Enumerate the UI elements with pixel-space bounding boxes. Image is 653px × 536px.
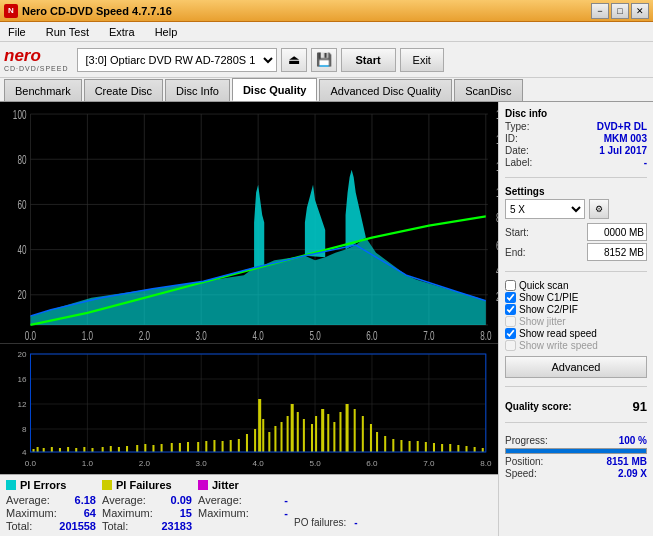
speed-select[interactable]: 5 X [505,199,585,219]
tab-benchmark[interactable]: Benchmark [4,79,82,101]
show-write-speed-checkbox[interactable] [505,340,516,351]
app-icon: N [4,4,18,18]
svg-rect-122 [425,442,427,452]
svg-rect-91 [213,440,215,452]
pi-errors-total-label: Total: [6,520,32,532]
progress-section: Progress: 100 % Position: 8151 MB Speed:… [505,435,647,480]
tab-create-disc[interactable]: Create Disc [84,79,163,101]
svg-rect-100 [274,426,276,452]
tab-scan-disc[interactable]: ScanDisc [454,79,522,101]
tab-advanced-disc-quality[interactable]: Advanced Disc Quality [319,79,452,101]
pi-failures-avg-value: 0.09 [171,494,192,506]
svg-text:40: 40 [17,244,26,257]
advanced-button[interactable]: Advanced [505,356,647,378]
pi-failures-stats: PI Failures Average: 0.09 Maximum: 15 To… [102,479,192,532]
drive-select[interactable]: [3:0] Optiarc DVD RW AD-7280S 1.01 [77,48,277,72]
pi-errors-dot [6,480,16,490]
disc-type-label: Type: [505,121,529,132]
pi-failures-max-label: Maximum: [102,507,153,519]
close-button[interactable]: ✕ [631,3,649,19]
svg-text:3.0: 3.0 [196,459,208,468]
menu-run-test[interactable]: Run Test [42,24,93,40]
svg-text:20: 20 [17,289,26,302]
eject-button[interactable]: ⏏ [281,48,307,72]
jitter-max-label: Maximum: [198,507,249,519]
menu-help[interactable]: Help [151,24,182,40]
svg-marker-38 [254,185,264,268]
speed-value: 2.09 X [618,468,647,479]
tab-disc-quality[interactable]: Disc Quality [232,78,318,101]
menu-bar: File Run Test Extra Help [0,22,653,42]
svg-rect-110 [333,422,335,452]
svg-rect-125 [449,444,451,452]
svg-rect-82 [136,445,138,452]
show-c2pif-label: Show C2/PIF [519,304,578,315]
svg-rect-107 [315,416,317,452]
pi-failures-max-value: 15 [180,507,192,519]
start-input[interactable] [587,223,647,241]
svg-rect-97 [258,399,261,452]
svg-rect-112 [346,404,349,452]
speed-row: Speed: 2.09 X [505,468,647,479]
svg-rect-72 [51,447,53,452]
start-label: Start: [505,227,529,238]
show-read-speed-checkbox[interactable] [505,328,516,339]
show-c2pif-checkbox[interactable] [505,304,516,315]
svg-text:8.0: 8.0 [480,459,492,468]
svg-text:14: 14 [496,134,498,147]
main-content: 100 80 60 40 20 16 14 12 10 8 6 4 2 0.0 [0,102,653,536]
menu-file[interactable]: File [4,24,30,40]
show-c2pif-row: Show C2/PIF [505,304,647,315]
svg-text:8.0: 8.0 [480,329,492,342]
svg-rect-104 [297,412,299,452]
maximize-button[interactable]: □ [611,3,629,19]
progress-bar-fill [506,449,646,453]
svg-text:4.0: 4.0 [252,329,264,342]
save-button[interactable]: 💾 [311,48,337,72]
svg-rect-115 [370,424,372,452]
svg-rect-76 [83,447,85,452]
svg-rect-127 [465,446,467,452]
progress-bar-container [505,448,647,454]
pi-failures-total-label: Total: [102,520,128,532]
tab-disc-info[interactable]: Disc Info [165,79,230,101]
quick-scan-checkbox[interactable] [505,280,516,291]
show-jitter-checkbox[interactable] [505,316,516,327]
show-c1pie-checkbox[interactable] [505,292,516,303]
quality-score-label: Quality score: [505,401,572,412]
svg-rect-73 [59,448,61,452]
show-c1pie-label: Show C1/PIE [519,292,578,303]
stats-bar: PI Errors Average: 6.18 Maximum: 64 Tota… [0,474,498,536]
svg-rect-103 [291,404,294,452]
svg-text:8: 8 [496,212,498,225]
end-range-row: End: [505,243,647,261]
minimize-button[interactable]: − [591,3,609,19]
disc-date-value: 1 Jul 2017 [599,145,647,156]
svg-text:16: 16 [17,375,27,384]
progress-row: Progress: 100 % [505,435,647,446]
show-read-speed-row: Show read speed [505,328,647,339]
logo: nero CD·DVD/SPEED [4,47,69,73]
position-row: Position: 8151 MB [505,456,647,467]
svg-rect-74 [67,447,69,452]
svg-text:3.0: 3.0 [196,329,208,342]
bottom-chart-svg: 20 16 12 8 4 0.0 1.0 2.0 3.0 4.0 5.0 6.0… [0,344,498,474]
divider-4 [505,422,647,423]
disc-info-title: Disc info [505,108,647,119]
start-button[interactable]: Start [341,48,396,72]
disc-date-label: Date: [505,145,529,156]
right-panel: Disc info Type: DVD+R DL ID: MKM 003 Dat… [498,102,653,536]
svg-text:12: 12 [17,400,27,409]
svg-rect-109 [327,414,329,452]
end-label: End: [505,247,526,258]
svg-text:7.0: 7.0 [423,329,435,342]
pi-errors-label: PI Errors [20,479,66,491]
chart-area: 100 80 60 40 20 16 14 12 10 8 6 4 2 0.0 [0,102,498,474]
pi-errors-max-label: Maximum: [6,507,57,519]
exit-button[interactable]: Exit [400,48,444,72]
svg-rect-102 [287,416,289,452]
menu-extra[interactable]: Extra [105,24,139,40]
settings-icon-btn[interactable]: ⚙ [589,199,609,219]
end-input[interactable] [587,243,647,261]
pi-errors-total-value: 201558 [59,520,96,532]
